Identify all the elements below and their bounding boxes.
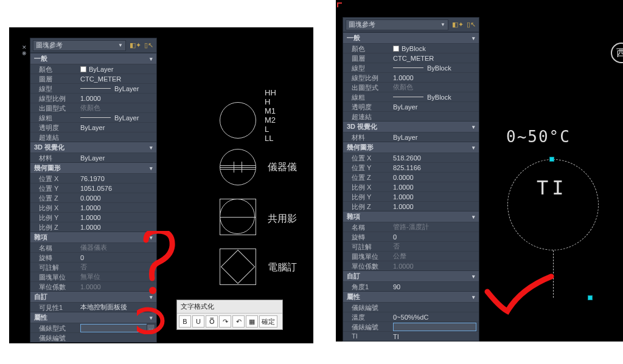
property-value[interactable]: 0 xyxy=(78,253,156,262)
property-value[interactable]: ByLayer xyxy=(391,132,479,142)
section-header[interactable]: 雜項▾ xyxy=(30,232,156,242)
property-value[interactable]: ByLayer xyxy=(78,153,156,162)
property-row[interactable]: 儀錶型式… xyxy=(30,323,156,332)
property-row[interactable]: 線型比例1.0000 xyxy=(343,72,479,82)
property-input[interactable] xyxy=(393,323,476,331)
property-row[interactable]: 儀錶編號 xyxy=(343,321,479,331)
property-value[interactable]: 1.0000 xyxy=(78,203,156,212)
property-row[interactable]: 比例 Z1.0000 xyxy=(30,222,156,232)
grip-param[interactable] xyxy=(588,295,593,300)
toolbar-button[interactable]: U xyxy=(192,315,204,328)
property-row[interactable]: 位置 X76.1970 xyxy=(30,173,156,183)
section-header[interactable]: 3D 視覺化▾ xyxy=(343,121,479,132)
property-value[interactable]: 90 xyxy=(391,282,479,291)
property-value[interactable]: 1051.0576 xyxy=(78,184,156,193)
toolbar-button[interactable]: ↶ xyxy=(232,315,245,328)
property-row[interactable]: 線粗ByBlock xyxy=(343,92,479,101)
property-row[interactable]: 顏色ByBlock xyxy=(343,43,479,53)
property-value[interactable]: 公釐 xyxy=(391,252,479,261)
property-value[interactable]: 1.0000 xyxy=(391,182,479,191)
property-value[interactable]: ByLayer xyxy=(391,102,479,111)
section-header[interactable]: 自訂▾ xyxy=(30,291,156,302)
property-value[interactable]: ByBlock xyxy=(391,44,479,53)
property-value[interactable]: ByLayer xyxy=(78,84,156,93)
property-value[interactable]: 無單位 xyxy=(78,272,156,281)
property-row[interactable]: 位置 X518.2600 xyxy=(343,153,479,162)
property-row[interactable]: 單位係數1.0000 xyxy=(343,261,479,270)
property-value[interactable] xyxy=(391,322,479,331)
section-header[interactable]: 幾何圖形▾ xyxy=(343,142,479,153)
property-row[interactable]: 儀錶編號 xyxy=(343,302,479,312)
property-row[interactable]: 可見性1本地控制面板後 xyxy=(30,302,156,312)
selected-circle[interactable] xyxy=(507,159,599,250)
property-row[interactable]: 圖層CTC_METER xyxy=(343,53,479,63)
property-row[interactable]: 單位係數1.0000 xyxy=(30,281,156,291)
property-row[interactable]: 比例 Z1.0000 xyxy=(343,201,479,211)
select-objects-icon[interactable]: ▯↖ xyxy=(143,40,154,51)
property-value[interactable]: 1.0000 xyxy=(78,94,156,103)
property-row[interactable]: 位置 Z0.0000 xyxy=(30,193,156,202)
property-row[interactable]: 材料ByLayer xyxy=(30,153,156,162)
property-row[interactable]: 可註解否 xyxy=(343,241,479,251)
property-row[interactable]: 位置 Y1051.0576 xyxy=(30,183,156,193)
property-value[interactable]: 0 xyxy=(391,232,479,241)
property-row[interactable]: 比例 Y1.0000 xyxy=(343,191,479,201)
property-value[interactable]: 0.0000 xyxy=(391,173,479,182)
property-value[interactable]: ByBlock xyxy=(391,63,479,72)
property-value[interactable]: 依顏色 xyxy=(78,103,156,112)
property-value[interactable]: CTC_METER xyxy=(78,74,156,83)
selection-type-dropdown-right[interactable]: 圖塊參考 ▼ xyxy=(346,19,448,30)
property-value[interactable]: 76.1970 xyxy=(78,174,156,183)
property-row[interactable]: 旋轉0 xyxy=(343,232,479,241)
property-row[interactable]: 透明度ByLayer xyxy=(30,122,156,132)
selection-type-dropdown[interactable]: 圖塊參考 ▼ xyxy=(33,40,126,51)
property-value[interactable]: 本地控制面板後 xyxy=(78,303,156,312)
property-row[interactable]: 線型比例1.0000 xyxy=(30,93,156,103)
property-value[interactable]: 0~50%%dC xyxy=(391,312,479,321)
property-value[interactable]: 1.0000 xyxy=(78,222,156,232)
property-row[interactable]: 角度190 xyxy=(343,281,479,291)
browse-button[interactable]: … xyxy=(147,324,155,331)
property-value[interactable]: 518.2600 xyxy=(391,153,479,162)
toolbar-button[interactable]: ↷ xyxy=(219,315,231,328)
property-row[interactable]: 線粗ByLayer xyxy=(30,112,156,122)
property-row[interactable]: 溫度0~50%%dC xyxy=(343,312,479,321)
property-value[interactable]: 1.0000 xyxy=(391,261,479,270)
property-value[interactable]: 依顏色 xyxy=(391,83,479,92)
quick-select-icon[interactable]: ◧✦ xyxy=(452,19,463,30)
property-value[interactable]: ByLayer xyxy=(78,113,156,122)
property-row[interactable]: 出圖型式依顏色 xyxy=(30,103,156,112)
section-header[interactable]: 幾何圖形▾ xyxy=(30,162,156,173)
property-value[interactable] xyxy=(78,132,156,142)
property-row[interactable]: 圖塊單位公釐 xyxy=(343,251,479,261)
property-value[interactable]: 否 xyxy=(78,263,156,272)
property-row[interactable]: 名稱管路-溫度計 xyxy=(343,222,479,232)
property-value[interactable] xyxy=(391,303,479,312)
panel-dock-handle[interactable]: ✕❋ xyxy=(19,44,29,57)
property-value[interactable]: 1.0000 xyxy=(78,282,156,291)
section-header[interactable]: 雜項▾ xyxy=(343,211,479,222)
property-row[interactable]: 位置 Y825.1166 xyxy=(343,162,479,172)
grip-top[interactable] xyxy=(549,157,554,162)
toolbar-button[interactable]: B xyxy=(179,315,191,328)
property-row[interactable]: 材料ByLayer xyxy=(343,132,479,142)
property-value[interactable]: 管路-溫度計 xyxy=(391,222,479,232)
property-value[interactable] xyxy=(78,333,156,342)
toolbar-button[interactable]: ▦ xyxy=(246,315,258,328)
property-value[interactable]: 825.1166 xyxy=(391,163,479,172)
property-row[interactable]: 旋轉0 xyxy=(30,252,156,262)
property-value[interactable]: 0.0000 xyxy=(78,193,156,202)
property-value[interactable]: 1.0000 xyxy=(78,213,156,222)
property-value[interactable]: ByLayer xyxy=(78,123,156,132)
property-value[interactable]: ByLayer xyxy=(78,64,156,74)
section-header[interactable]: 自訂▾ xyxy=(343,270,479,281)
property-row[interactable]: 圖塊單位無單位 xyxy=(30,272,156,281)
property-row[interactable]: 位置 Z0.0000 xyxy=(343,172,479,182)
property-value[interactable]: ByBlock xyxy=(391,92,479,101)
toolbar-button[interactable]: O̅ xyxy=(206,315,218,328)
property-value[interactable]: 儀器儀表 xyxy=(78,243,156,252)
property-row[interactable]: 比例 Y1.0000 xyxy=(30,212,156,222)
section-header[interactable]: 屬性▾ xyxy=(343,291,479,302)
property-value[interactable] xyxy=(391,112,479,121)
section-header[interactable]: 一般▾ xyxy=(30,53,156,64)
